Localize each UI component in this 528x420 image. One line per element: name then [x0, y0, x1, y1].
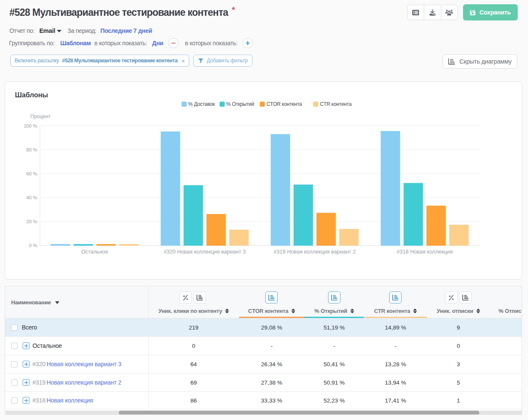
- svg-text:20 %: 20 %: [26, 219, 37, 224]
- svg-text:0 %: 0 %: [29, 243, 37, 248]
- svg-text:60 %: 60 %: [26, 171, 37, 176]
- svg-text:#318 Новая коллекция: #318 Новая коллекция: [397, 249, 453, 255]
- svg-text:100 %: 100 %: [23, 123, 37, 128]
- svg-text:40 %: 40 %: [26, 195, 37, 200]
- svg-text:#320 Новая коллекция вариант 3: #320 Новая коллекция вариант 3: [164, 249, 246, 255]
- svg-text:#319 Новая коллекция вариант 2: #319 Новая коллекция вариант 2: [274, 249, 356, 255]
- svg-text:80 %: 80 %: [26, 147, 37, 152]
- svg-text:Остальное: Остальное: [81, 249, 108, 255]
